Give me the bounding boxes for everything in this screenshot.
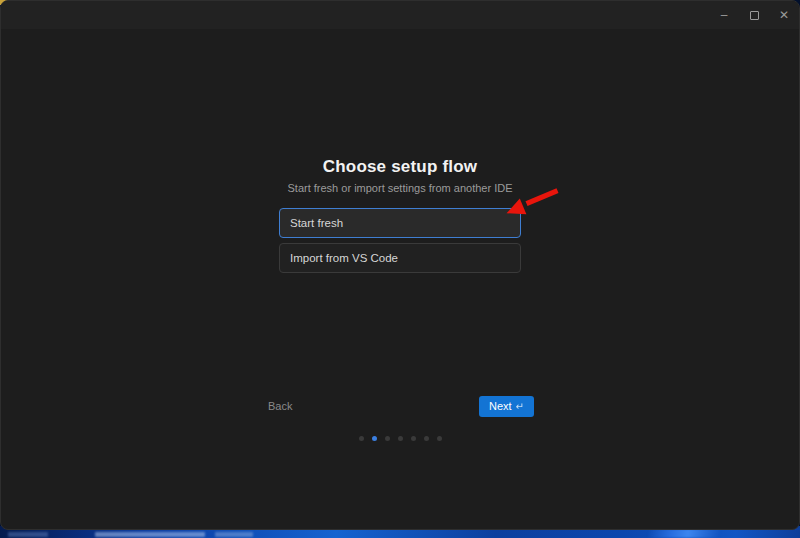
page-subtitle: Start fresh or import settings from anot… — [1, 182, 799, 194]
wizard-footer: Back Next ↵ — [268, 395, 534, 417]
setup-wizard-window: – ✕ Choose setup flow Start fresh or imp… — [0, 0, 800, 530]
option-label: Import from VS Code — [290, 252, 398, 264]
option-start-fresh[interactable]: Start fresh — [279, 208, 521, 238]
minimize-button[interactable]: – — [709, 1, 739, 29]
wallpaper-blur-blob — [95, 532, 205, 537]
option-import-vscode[interactable]: Import from VS Code — [279, 243, 521, 273]
maximize-button[interactable] — [739, 1, 769, 29]
pagination-dot — [411, 436, 416, 441]
wizard-content: Choose setup flow Start fresh or import … — [1, 29, 799, 530]
pagination-dots — [1, 436, 799, 441]
pagination-dot-active — [372, 436, 377, 441]
close-button[interactable]: ✕ — [769, 1, 799, 29]
window-titlebar[interactable]: – ✕ — [1, 1, 799, 29]
minimize-icon: – — [721, 9, 728, 21]
back-button[interactable]: Back — [268, 400, 292, 412]
screen: – ✕ Choose setup flow Start fresh or imp… — [0, 0, 800, 538]
wallpaper-wave-highlight — [600, 529, 760, 538]
next-button[interactable]: Next ↵ — [479, 396, 534, 417]
setup-options-list: Start fresh Import from VS Code — [279, 208, 521, 278]
page-title: Choose setup flow — [1, 157, 799, 177]
pagination-dot — [424, 436, 429, 441]
pagination-dot — [398, 436, 403, 441]
option-label: Start fresh — [290, 217, 343, 229]
wallpaper-blur-blob — [8, 532, 48, 537]
wallpaper-blur-blob — [215, 532, 253, 537]
pagination-dot — [437, 436, 442, 441]
next-button-label: Next — [489, 400, 512, 412]
close-icon: ✕ — [779, 9, 789, 21]
enter-key-icon: ↵ — [516, 401, 524, 412]
maximize-icon — [750, 11, 759, 20]
pagination-dot — [359, 436, 364, 441]
pagination-dot — [385, 436, 390, 441]
